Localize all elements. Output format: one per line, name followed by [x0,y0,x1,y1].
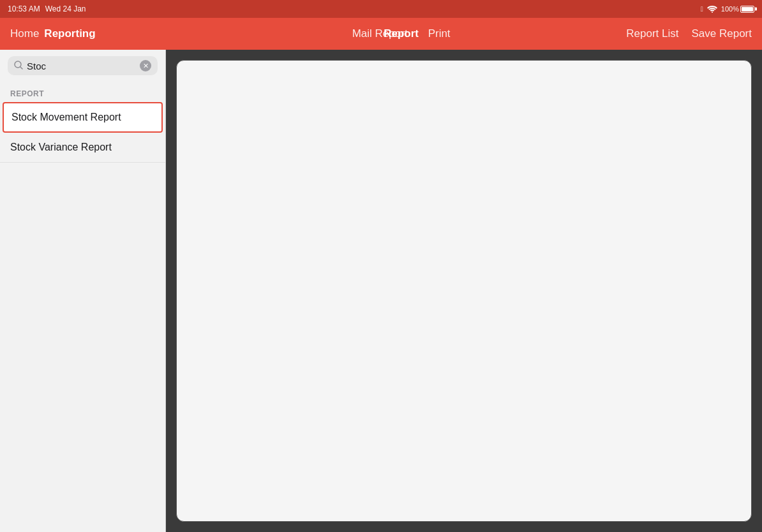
nav-center: Mail Report Print Report [176,27,626,40]
status-left: 10:53 AM Wed 24 Jan [8,4,86,13]
home-button[interactable]: Home [10,27,39,40]
nav-title: Reporting [44,27,95,40]
print-button[interactable]: Print [428,27,451,40]
save-report-button[interactable]: Save Report [692,27,752,40]
report-canvas [176,60,752,522]
sidebar: Stoc ✕ REPORT Stock Movement Report Stoc… [0,50,166,532]
nav-left: Home Reporting [10,27,176,40]
sidebar-section-header: REPORT [0,82,165,102]
search-clear-button[interactable]: ✕ [140,60,151,71]
report-list-button[interactable]: Report List [626,27,678,40]
main-content [166,50,762,532]
battery-icon [740,6,754,13]
battery-indicator: 100% [721,5,754,13]
sidebar-item-label: Stock Movement Report [11,112,121,122]
svg-line-2 [20,67,22,69]
nav-right: Report List Save Report [626,27,752,40]
search-icon [14,61,23,71]
wifi-signal-icon [707,5,717,13]
status-date: Wed 24 Jan [45,4,86,13]
status-time: 10:53 AM [8,4,40,13]
sidebar-item-label: Stock Variance Report [10,142,112,152]
search-input[interactable]: Stoc [27,61,136,71]
search-bar[interactable]: Stoc ✕ [8,56,158,75]
wifi-icon:  [701,5,703,13]
svg-point-0 [712,11,713,13]
search-container: Stoc ✕ [0,50,165,82]
sidebar-item-stock-movement[interactable]: Stock Movement Report [3,102,163,133]
nav-bar: Home Reporting Mail Report Print Report … [0,18,762,50]
status-right:  100% [701,5,754,13]
sidebar-item-stock-variance[interactable]: Stock Variance Report [0,133,165,163]
status-bar: 10:53 AM Wed 24 Jan  100% [0,0,762,18]
battery-percentage: 100% [721,5,739,13]
report-title: Report [384,27,419,40]
